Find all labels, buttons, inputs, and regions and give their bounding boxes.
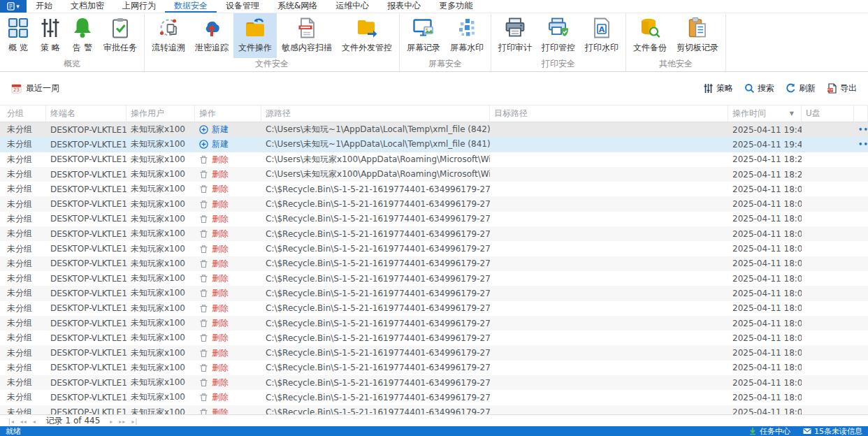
column-header-1[interactable]: 分组 xyxy=(0,106,46,122)
plus-circle-icon xyxy=(199,125,208,134)
cell-user: 未知玩家x100 xyxy=(126,182,195,196)
table-row[interactable]: 未分组DESKTOP-VLKTLE1未知玩家x100新建C:\Users\未知玩… xyxy=(0,137,868,152)
table-row[interactable]: 未分组DESKTOP-VLKTLE1未知玩家x100删除C:\$Recycle.… xyxy=(0,256,868,271)
table-row[interactable]: 未分组DESKTOP-VLKTLE1未知玩家x100删除C:\$Recycle.… xyxy=(0,361,868,375)
column-header-2[interactable]: 终端名 xyxy=(46,106,126,122)
cell-time: 2025-04-11 18:22:13 xyxy=(728,167,802,182)
ribbon-item-label: 剪切板记录 xyxy=(677,42,718,54)
ribbon-item-4-1[interactable]: 打印审计 xyxy=(493,13,537,58)
ribbon-item-2-4[interactable]: 敏感内容扫描 xyxy=(277,13,337,58)
column-header-label: U盘 xyxy=(806,108,820,119)
column-header-7[interactable]: 操作时间▼ xyxy=(728,106,802,122)
menu-tab-9[interactable]: 更多功能 xyxy=(430,0,482,13)
table-row[interactable]: 未分组DESKTOP-VLKTLE1未知玩家x100删除C:\$Recycle.… xyxy=(0,301,868,316)
cell-source-path: C:\$Recycle.Bin\S-1-5-21-1619774401-6349… xyxy=(261,345,490,360)
fast-prev-icon[interactable]: ◂◂ xyxy=(20,419,27,425)
row-more-actions-button[interactable]: ••• xyxy=(858,140,868,148)
date-range-label: 最近一周 xyxy=(26,82,59,94)
column-header-3[interactable]: 操作用户 xyxy=(126,106,195,122)
table-row[interactable]: 未分组DESKTOP-VLKTLE1未知玩家x100删除C:\$Recycle.… xyxy=(0,390,868,405)
date-range-filter[interactable]: 23 最近一周 xyxy=(11,82,59,94)
menu-tab-2[interactable]: 文档加密 xyxy=(62,0,113,13)
cell-group: 未分组 xyxy=(0,196,46,211)
toolbar-button-2[interactable]: 搜索 xyxy=(744,82,774,94)
ribbon-item-4-2[interactable]: 打印管控 xyxy=(537,13,580,58)
cell-operation: 删除 xyxy=(195,316,261,330)
table-row[interactable]: 未分组DESKTOP-VLKTLE1未知玩家x100新建C:\Users\未知玩… xyxy=(0,122,868,137)
unread-messages-button[interactable]: 15条未读信息 xyxy=(803,426,862,436)
table-row[interactable]: 未分组DESKTOP-VLKTLE1未知玩家x100删除C:\$Recycle.… xyxy=(0,196,868,211)
last-page-icon[interactable]: ▸| xyxy=(131,419,138,425)
ribbon-item-3-1[interactable]: 屏幕记录 xyxy=(402,13,445,58)
menu-tab-7[interactable]: 运维中心 xyxy=(326,0,378,13)
toolbar-button-1[interactable]: 策略 xyxy=(703,82,733,94)
ribbon-group-label: 文件安全 xyxy=(147,58,397,71)
ribbon-item-1-1[interactable]: 概 览 xyxy=(2,13,34,58)
cell-target-path xyxy=(490,301,728,316)
menu-tab-8[interactable]: 报表中心 xyxy=(378,0,430,13)
table-row[interactable]: 未分组DESKTOP-VLKTLE1未知玩家x100删除C:\$Recycle.… xyxy=(0,241,868,256)
cell-user: 未知玩家x100 xyxy=(126,345,195,360)
cell-terminal: DESKTOP-VLKTLE1 xyxy=(46,122,126,137)
table-row[interactable]: 未分组DESKTOP-VLKTLE1未知玩家x100删除C:\$Recycle.… xyxy=(0,226,868,241)
table-row[interactable]: 未分组DESKTOP-VLKTLE1未知玩家x100删除C:\Users\未知玩… xyxy=(0,167,868,182)
cell-group: 未分组 xyxy=(0,122,46,137)
toolbar-button-4[interactable]: PDF导出 xyxy=(827,82,857,94)
ribbon-item-label: 告 警 xyxy=(73,42,92,54)
ribbon-item-5-1[interactable]: 文件备份 xyxy=(628,13,672,58)
cell-operation: 删除 xyxy=(195,212,261,226)
ribbon-item-2-1[interactable]: 流转追溯 xyxy=(147,13,190,58)
cell-group: 未分组 xyxy=(0,361,46,375)
toolbar-button-3[interactable]: 刷新 xyxy=(786,82,816,94)
row-more-actions-button[interactable]: ••• xyxy=(858,126,868,133)
table-row[interactable]: 未分组DESKTOP-VLKTLE1未知玩家x100删除C:\$Recycle.… xyxy=(0,212,868,226)
cell-source-path: C:\$Recycle.Bin\S-1-5-21-1619774401-6349… xyxy=(261,316,490,330)
table-row[interactable]: 未分组DESKTOP-VLKTLE1未知玩家x100删除C:\$Recycle.… xyxy=(0,271,868,286)
table-row[interactable]: 未分组DESKTOP-VLKTLE1未知玩家x100删除C:\Users\未知玩… xyxy=(0,152,868,167)
ribbon-item-2-5[interactable]: 文件外发管控 xyxy=(337,13,397,58)
ribbon-item-1-3[interactable]: 告 警 xyxy=(66,13,99,58)
column-header-4[interactable]: 操作 xyxy=(195,106,261,122)
ribbon-item-1-4[interactable]: 审批任务 xyxy=(99,13,142,58)
table-row[interactable]: 未分组DESKTOP-VLKTLE1未知玩家x100删除C:\$Recycle.… xyxy=(0,405,868,414)
table-row[interactable]: 未分组DESKTOP-VLKTLE1未知玩家x100删除C:\$Recycle.… xyxy=(0,182,868,196)
table-row[interactable]: 未分组DESKTOP-VLKTLE1未知玩家x100删除C:\$Recycle.… xyxy=(0,316,868,330)
ribbon-item-1-2[interactable]: 策 略 xyxy=(34,13,66,58)
menu-tab-1[interactable]: 开始 xyxy=(27,0,62,13)
ribbon-item-5-2[interactable]: 剪切板记录 xyxy=(672,13,723,58)
menu-tab-3[interactable]: 上网行为 xyxy=(113,0,165,13)
cell-operation: 删除 xyxy=(195,182,261,196)
column-header-8[interactable]: U盘 xyxy=(802,106,854,122)
ribbon-item-4-3[interactable]: A打印水印 xyxy=(580,13,623,58)
column-header-9[interactable] xyxy=(854,106,868,122)
first-page-icon[interactable]: |◂ xyxy=(8,419,15,425)
app-menu-button[interactable]: ▾ xyxy=(0,0,27,13)
column-header-label: 操作时间 xyxy=(732,108,766,119)
cell-time: 2025-04-11 18:01:38 xyxy=(728,301,802,316)
table-row[interactable]: 未分组DESKTOP-VLKTLE1未知玩家x100删除C:\$Recycle.… xyxy=(0,375,868,390)
policy-sliders-icon xyxy=(39,17,62,39)
column-header-6[interactable]: 目标路径 xyxy=(490,106,728,122)
table-row[interactable]: 未分组DESKTOP-VLKTLE1未知玩家x100删除C:\$Recycle.… xyxy=(0,345,868,360)
cell-usb xyxy=(802,390,854,405)
menu-tab-4[interactable]: 数据安全 xyxy=(165,0,217,13)
ribbon-group-label: 概览 xyxy=(2,58,142,71)
operation-label: 删除 xyxy=(212,317,229,329)
next-page-icon[interactable]: ▸ xyxy=(110,419,113,425)
table-row[interactable]: 未分组DESKTOP-VLKTLE1未知玩家x100删除C:\$Recycle.… xyxy=(0,286,868,300)
cell-operation: 删除 xyxy=(195,241,261,256)
column-header-label: 终端名 xyxy=(50,108,75,119)
cell-actions: ••• xyxy=(854,122,868,137)
menu-tab-6[interactable]: 系统&网络 xyxy=(268,0,326,13)
ribbon-item-2-3[interactable]: 文件操作 xyxy=(233,13,277,58)
fast-next-icon[interactable]: ▸▸ xyxy=(119,419,126,425)
column-header-5[interactable]: 源路径 xyxy=(261,106,490,122)
task-center-button[interactable]: 任务中心 xyxy=(748,426,790,436)
ribbon-item-2-2[interactable]: 泄密追踪 xyxy=(190,13,233,58)
table-row[interactable]: 未分组DESKTOP-VLKTLE1未知玩家x100删除C:\$Recycle.… xyxy=(0,330,868,345)
ribbon-item-3-2[interactable]: 屏幕水印 xyxy=(445,13,489,58)
menu-tab-5[interactable]: 设备管理 xyxy=(217,0,268,13)
sort-caret-icon[interactable]: ▼ xyxy=(790,110,797,117)
print-watermark-icon: A xyxy=(591,17,613,39)
prev-page-icon[interactable]: ◂ xyxy=(33,419,36,425)
